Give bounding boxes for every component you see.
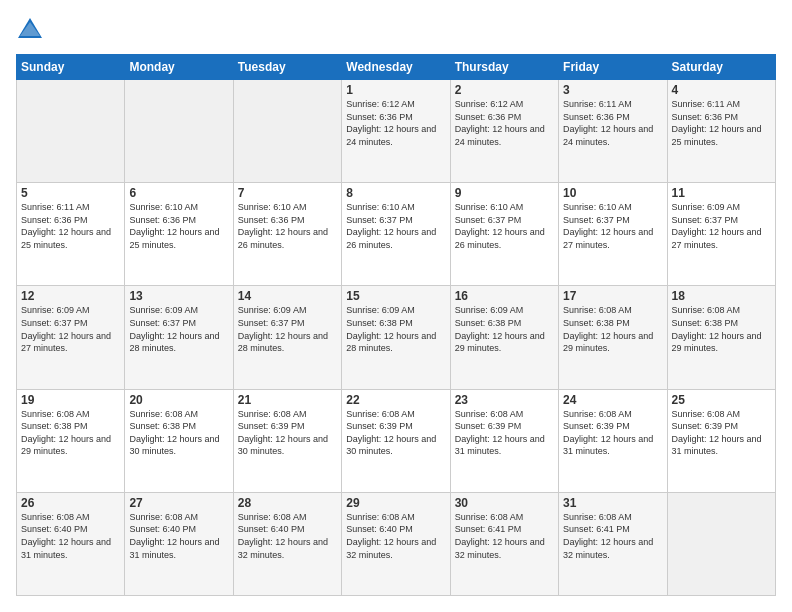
weekday-header: Saturday [667,55,775,80]
calendar-cell: 29Sunrise: 6:08 AM Sunset: 6:40 PM Dayli… [342,492,450,595]
day-number: 10 [563,186,662,200]
day-info: Sunrise: 6:10 AM Sunset: 6:37 PM Dayligh… [455,201,554,251]
day-info: Sunrise: 6:09 AM Sunset: 6:38 PM Dayligh… [455,304,554,354]
day-info: Sunrise: 6:12 AM Sunset: 6:36 PM Dayligh… [346,98,445,148]
day-info: Sunrise: 6:09 AM Sunset: 6:37 PM Dayligh… [21,304,120,354]
day-info: Sunrise: 6:10 AM Sunset: 6:36 PM Dayligh… [129,201,228,251]
day-number: 22 [346,393,445,407]
day-number: 2 [455,83,554,97]
day-info: Sunrise: 6:09 AM Sunset: 6:37 PM Dayligh… [238,304,337,354]
calendar-cell: 5Sunrise: 6:11 AM Sunset: 6:36 PM Daylig… [17,183,125,286]
day-info: Sunrise: 6:08 AM Sunset: 6:40 PM Dayligh… [129,511,228,561]
calendar-week-row: 1Sunrise: 6:12 AM Sunset: 6:36 PM Daylig… [17,80,776,183]
page: SundayMondayTuesdayWednesdayThursdayFrid… [0,0,792,612]
calendar-cell: 25Sunrise: 6:08 AM Sunset: 6:39 PM Dayli… [667,389,775,492]
day-number: 24 [563,393,662,407]
day-number: 4 [672,83,771,97]
day-info: Sunrise: 6:08 AM Sunset: 6:38 PM Dayligh… [129,408,228,458]
day-number: 18 [672,289,771,303]
calendar-cell: 22Sunrise: 6:08 AM Sunset: 6:39 PM Dayli… [342,389,450,492]
calendar-cell: 20Sunrise: 6:08 AM Sunset: 6:38 PM Dayli… [125,389,233,492]
calendar-cell: 28Sunrise: 6:08 AM Sunset: 6:40 PM Dayli… [233,492,341,595]
calendar-cell: 4Sunrise: 6:11 AM Sunset: 6:36 PM Daylig… [667,80,775,183]
day-number: 17 [563,289,662,303]
weekday-header: Tuesday [233,55,341,80]
day-info: Sunrise: 6:08 AM Sunset: 6:39 PM Dayligh… [563,408,662,458]
day-number: 9 [455,186,554,200]
day-info: Sunrise: 6:08 AM Sunset: 6:38 PM Dayligh… [563,304,662,354]
day-number: 8 [346,186,445,200]
day-info: Sunrise: 6:10 AM Sunset: 6:37 PM Dayligh… [346,201,445,251]
calendar-week-row: 19Sunrise: 6:08 AM Sunset: 6:38 PM Dayli… [17,389,776,492]
day-info: Sunrise: 6:08 AM Sunset: 6:40 PM Dayligh… [21,511,120,561]
day-info: Sunrise: 6:08 AM Sunset: 6:41 PM Dayligh… [563,511,662,561]
calendar-cell: 30Sunrise: 6:08 AM Sunset: 6:41 PM Dayli… [450,492,558,595]
day-number: 21 [238,393,337,407]
calendar-cell: 2Sunrise: 6:12 AM Sunset: 6:36 PM Daylig… [450,80,558,183]
calendar-cell: 26Sunrise: 6:08 AM Sunset: 6:40 PM Dayli… [17,492,125,595]
calendar-cell [17,80,125,183]
calendar-cell: 14Sunrise: 6:09 AM Sunset: 6:37 PM Dayli… [233,286,341,389]
weekday-header: Sunday [17,55,125,80]
calendar-cell: 24Sunrise: 6:08 AM Sunset: 6:39 PM Dayli… [559,389,667,492]
day-info: Sunrise: 6:09 AM Sunset: 6:38 PM Dayligh… [346,304,445,354]
day-number: 30 [455,496,554,510]
calendar-cell: 6Sunrise: 6:10 AM Sunset: 6:36 PM Daylig… [125,183,233,286]
day-number: 25 [672,393,771,407]
calendar-cell: 15Sunrise: 6:09 AM Sunset: 6:38 PM Dayli… [342,286,450,389]
calendar-table: SundayMondayTuesdayWednesdayThursdayFrid… [16,54,776,596]
svg-marker-1 [20,22,40,36]
calendar-cell: 16Sunrise: 6:09 AM Sunset: 6:38 PM Dayli… [450,286,558,389]
day-number: 29 [346,496,445,510]
calendar-cell: 17Sunrise: 6:08 AM Sunset: 6:38 PM Dayli… [559,286,667,389]
calendar-cell: 27Sunrise: 6:08 AM Sunset: 6:40 PM Dayli… [125,492,233,595]
calendar-cell: 10Sunrise: 6:10 AM Sunset: 6:37 PM Dayli… [559,183,667,286]
calendar-cell: 11Sunrise: 6:09 AM Sunset: 6:37 PM Dayli… [667,183,775,286]
day-info: Sunrise: 6:08 AM Sunset: 6:40 PM Dayligh… [346,511,445,561]
logo-icon [16,16,44,44]
day-number: 14 [238,289,337,303]
day-number: 20 [129,393,228,407]
calendar-cell [233,80,341,183]
calendar-cell: 31Sunrise: 6:08 AM Sunset: 6:41 PM Dayli… [559,492,667,595]
day-number: 26 [21,496,120,510]
day-number: 28 [238,496,337,510]
calendar-cell: 13Sunrise: 6:09 AM Sunset: 6:37 PM Dayli… [125,286,233,389]
day-info: Sunrise: 6:08 AM Sunset: 6:39 PM Dayligh… [346,408,445,458]
calendar-cell: 21Sunrise: 6:08 AM Sunset: 6:39 PM Dayli… [233,389,341,492]
day-info: Sunrise: 6:08 AM Sunset: 6:39 PM Dayligh… [238,408,337,458]
calendar-week-row: 5Sunrise: 6:11 AM Sunset: 6:36 PM Daylig… [17,183,776,286]
day-number: 16 [455,289,554,303]
day-number: 7 [238,186,337,200]
calendar-cell [667,492,775,595]
calendar-week-row: 12Sunrise: 6:09 AM Sunset: 6:37 PM Dayli… [17,286,776,389]
weekday-header: Monday [125,55,233,80]
day-info: Sunrise: 6:11 AM Sunset: 6:36 PM Dayligh… [21,201,120,251]
weekday-header: Thursday [450,55,558,80]
calendar-cell: 7Sunrise: 6:10 AM Sunset: 6:36 PM Daylig… [233,183,341,286]
calendar-cell: 19Sunrise: 6:08 AM Sunset: 6:38 PM Dayli… [17,389,125,492]
day-info: Sunrise: 6:12 AM Sunset: 6:36 PM Dayligh… [455,98,554,148]
calendar-cell: 1Sunrise: 6:12 AM Sunset: 6:36 PM Daylig… [342,80,450,183]
day-number: 15 [346,289,445,303]
day-info: Sunrise: 6:08 AM Sunset: 6:38 PM Dayligh… [21,408,120,458]
day-info: Sunrise: 6:08 AM Sunset: 6:38 PM Dayligh… [672,304,771,354]
calendar-cell: 9Sunrise: 6:10 AM Sunset: 6:37 PM Daylig… [450,183,558,286]
day-info: Sunrise: 6:08 AM Sunset: 6:39 PM Dayligh… [672,408,771,458]
day-number: 3 [563,83,662,97]
calendar-cell [125,80,233,183]
weekday-header-row: SundayMondayTuesdayWednesdayThursdayFrid… [17,55,776,80]
weekday-header: Friday [559,55,667,80]
calendar-cell: 18Sunrise: 6:08 AM Sunset: 6:38 PM Dayli… [667,286,775,389]
day-info: Sunrise: 6:10 AM Sunset: 6:36 PM Dayligh… [238,201,337,251]
day-info: Sunrise: 6:09 AM Sunset: 6:37 PM Dayligh… [129,304,228,354]
header [16,16,776,44]
logo [16,16,48,44]
day-number: 19 [21,393,120,407]
day-info: Sunrise: 6:09 AM Sunset: 6:37 PM Dayligh… [672,201,771,251]
day-number: 13 [129,289,228,303]
calendar-cell: 3Sunrise: 6:11 AM Sunset: 6:36 PM Daylig… [559,80,667,183]
day-number: 5 [21,186,120,200]
calendar-cell: 23Sunrise: 6:08 AM Sunset: 6:39 PM Dayli… [450,389,558,492]
day-info: Sunrise: 6:10 AM Sunset: 6:37 PM Dayligh… [563,201,662,251]
